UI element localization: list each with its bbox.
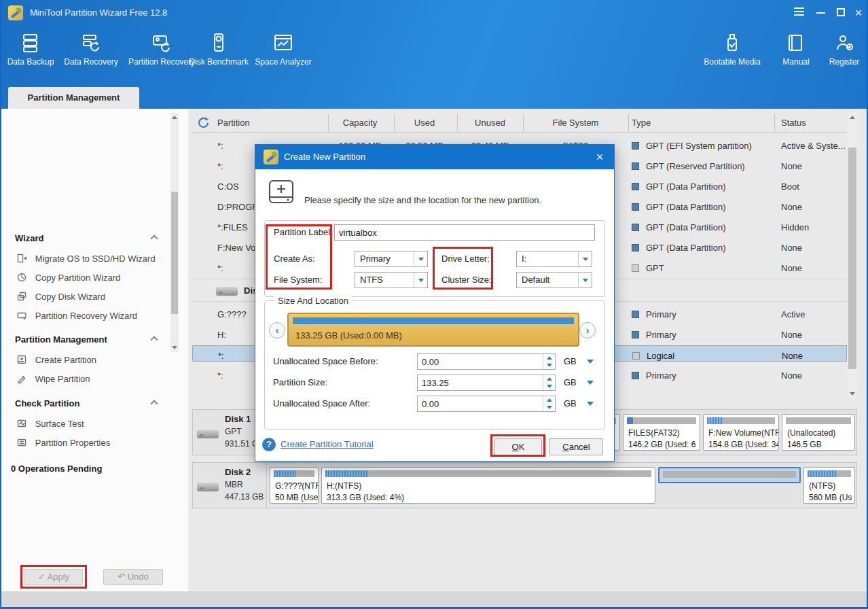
annotation-box-field-labels xyxy=(266,224,332,290)
create-partition-tutorial-link[interactable]: Create Partition Tutorial xyxy=(281,439,374,449)
data-backup-icon xyxy=(20,33,41,53)
close-button[interactable]: × xyxy=(850,5,867,20)
slider-left-button[interactable]: ‹ xyxy=(269,322,285,338)
tab-partition-management[interactable]: Partition Management xyxy=(8,87,139,109)
group-legend: Size And Location xyxy=(274,296,352,306)
usage-bar xyxy=(274,470,314,477)
scroll-down-arrow[interactable] xyxy=(848,389,857,398)
scrollbar-thumb[interactable] xyxy=(171,192,178,314)
disk-block-selected[interactable]: (Unallocated) 133.2 GB xyxy=(658,467,801,483)
unit-label: GB xyxy=(564,353,577,370)
collapse-caret-icon[interactable] xyxy=(150,400,158,407)
wipe-partition-icon xyxy=(16,373,27,384)
toolbar-item-space-analyzer[interactable]: Space Analyzer xyxy=(253,33,314,76)
unallocated-after-spinner[interactable] xyxy=(417,396,556,412)
manual-icon xyxy=(786,33,806,53)
partition-label-input[interactable] xyxy=(334,224,595,241)
sidebar-item-create-partition[interactable]: Create Partition xyxy=(16,353,166,367)
chevron-down-icon xyxy=(414,251,427,266)
spinner-buttons[interactable] xyxy=(543,396,555,411)
partition-size-label: Partition Size: xyxy=(273,375,327,391)
maximize-button[interactable] xyxy=(833,5,849,20)
surface-test-icon xyxy=(16,418,27,429)
slider-used-stripe xyxy=(293,317,574,324)
collapse-caret-icon[interactable] xyxy=(150,234,158,242)
disk-2-info[interactable]: Disk 2 MBR 447.13 GB xyxy=(193,463,267,508)
col-header-used[interactable]: Used xyxy=(394,113,455,133)
unit-dropdown-icon[interactable] xyxy=(587,402,594,406)
sidebar-item-partition-recovery-wizard[interactable]: Partition Recovery Wizard xyxy=(16,309,166,323)
partition-type-icon xyxy=(632,224,639,231)
toolbar-item-manual[interactable]: Manual xyxy=(778,33,814,76)
col-header-unused[interactable]: Unused xyxy=(457,113,523,133)
menu-icon[interactable] xyxy=(791,5,807,20)
app-logo-icon xyxy=(264,150,278,164)
help-icon[interactable]: ? xyxy=(262,438,276,451)
sidebar-section-partition-management[interactable]: Partition Management xyxy=(15,334,161,345)
partition-size-input[interactable] xyxy=(418,375,541,390)
toolbar-item-register[interactable]: Register xyxy=(823,33,865,76)
col-header-status[interactable]: Status xyxy=(781,113,806,133)
title-bar: MiniTool Partition Wizard Free 12.8 × xyxy=(0,0,868,26)
minimize-button[interactable] xyxy=(812,5,829,20)
register-icon xyxy=(834,33,854,53)
data-recovery-icon xyxy=(81,33,101,53)
sidebar-item-wipe-partition[interactable]: Wipe Partition xyxy=(16,372,166,386)
annotation-box-apply xyxy=(20,565,87,589)
col-header-type[interactable]: Type xyxy=(632,113,651,133)
usage-bar xyxy=(786,417,851,424)
col-header-capacity[interactable]: Capacity xyxy=(328,113,392,133)
toolbar-item-data-recovery[interactable]: Data Recovery xyxy=(60,33,122,76)
spin-down-icon xyxy=(547,406,552,409)
sidebar-item-migrate-os[interactable]: Migrate OS to SSD/HD Wizard xyxy=(16,252,166,266)
partition-size-spinner[interactable] xyxy=(417,375,556,391)
slider-right-button[interactable]: › xyxy=(579,322,596,338)
undo-button[interactable]: ↶ Undo xyxy=(103,569,163,585)
toolbar-item-disk-benchmark[interactable]: Disk Benchmark xyxy=(187,33,250,76)
usage-bar xyxy=(325,470,651,477)
cancel-button[interactable]: Cancel xyxy=(549,438,603,455)
unallocated-after-input[interactable] xyxy=(418,396,541,411)
sidebar-item-partition-properties[interactable]: Partition Properties xyxy=(16,436,166,450)
disk-2-panel: Disk 2 MBR 447.13 GB G:????(NTFS) 50 MB … xyxy=(192,462,857,508)
scroll-up-arrow[interactable] xyxy=(170,113,179,122)
annotation-box-drive-cluster xyxy=(433,247,493,290)
file-system-select[interactable]: NTFS xyxy=(355,272,428,288)
create-as-select[interactable]: Primary xyxy=(355,251,428,267)
toolbar-item-bootable-media[interactable]: Bootable Media xyxy=(700,33,765,76)
sidebar-item-copy-partition-wizard[interactable]: Copy Partition Wizard xyxy=(16,271,166,285)
sidebar-item-surface-test[interactable]: Surface Test xyxy=(16,417,166,431)
partition-type-icon xyxy=(632,331,639,338)
disk-block[interactable]: (Unallocated) 146.5 GB xyxy=(782,414,855,451)
sidebar-section-check-partition[interactable]: Check Partition xyxy=(15,398,161,409)
app-logo-icon xyxy=(8,5,23,20)
cluster-size-select[interactable]: Default xyxy=(516,272,592,288)
scroll-down-arrow[interactable] xyxy=(170,343,179,352)
unit-dropdown-icon[interactable] xyxy=(587,381,594,385)
spinner-buttons[interactable] xyxy=(543,375,555,390)
partition-size-slider[interactable]: 133.25 GB (Used:0.00 MB) xyxy=(287,313,579,347)
drive-letter-select[interactable]: I: xyxy=(516,251,592,267)
partition-properties-icon xyxy=(16,437,27,448)
scrollbar-thumb[interactable] xyxy=(848,147,856,369)
unallocated-before-spinner[interactable] xyxy=(417,353,556,370)
toolbar-item-data-backup[interactable]: Data Backup xyxy=(4,33,57,76)
annotation-box-ok xyxy=(490,434,545,457)
unit-dropdown-icon[interactable] xyxy=(587,360,594,364)
col-header-partition[interactable]: Partition xyxy=(217,113,250,133)
partition-type-icon xyxy=(632,162,639,170)
collapse-caret-icon[interactable] xyxy=(150,336,158,343)
disk-block[interactable]: H:(NTFS) 313.3 GB (Used: 4%) xyxy=(321,467,655,504)
sidebar-section-wizard[interactable]: Wizard xyxy=(15,233,161,244)
copy-disk-icon xyxy=(16,291,27,302)
disk-block[interactable]: G:????(NTFS) 50 MB (Use xyxy=(270,467,319,504)
disk-block[interactable]: (NTFS) 560 MB (Us xyxy=(803,467,855,504)
disk-block[interactable]: F:New Volume(NTFS) 154.8 GB (Used: 34 xyxy=(703,414,779,451)
spinner-buttons[interactable] xyxy=(543,354,555,369)
dialog-close-icon[interactable]: × xyxy=(591,148,609,166)
sidebar-item-copy-disk-wizard[interactable]: Copy Disk Wizard xyxy=(16,290,166,304)
unallocated-before-input[interactable] xyxy=(418,354,541,369)
scroll-up-arrow[interactable] xyxy=(848,113,857,122)
col-header-file-system[interactable]: File System xyxy=(523,113,628,133)
disk-block[interactable]: FILES(FAT32) 146.2 GB (Used: 6 xyxy=(623,414,700,451)
